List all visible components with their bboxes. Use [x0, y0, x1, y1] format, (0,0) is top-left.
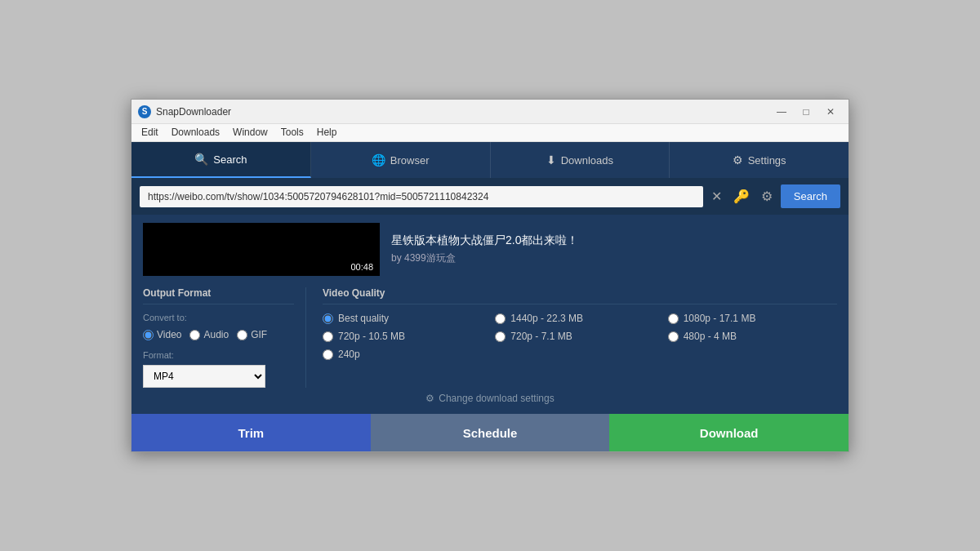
app-icon: S [138, 105, 151, 118]
settings-gear-icon: ⚙ [425, 393, 434, 404]
menu-edit[interactable]: Edit [135, 126, 165, 140]
quality-240p-input[interactable] [323, 349, 333, 360]
change-download-settings-link[interactable]: ⚙ Change download settings [425, 393, 554, 404]
content-area: 00:48 星铁版本植物大战僵尸2.0都出来啦！ by 4399游玩盒 Outp… [131, 215, 849, 414]
output-format-title: Output Format [143, 287, 294, 304]
tab-search-label: Search [213, 153, 247, 166]
video-preview: 00:48 星铁版本植物大战僵尸2.0都出来啦！ by 4399游玩盒 [143, 223, 837, 276]
radio-video-input[interactable] [143, 330, 154, 340]
radio-gif[interactable]: GIF [237, 329, 267, 340]
radio-video[interactable]: Video [143, 329, 181, 340]
quality-720p-105-input[interactable] [323, 331, 333, 342]
main-window: S SnapDownloader — □ ✕ Edit Downloads Wi… [131, 99, 849, 452]
search-tab-icon: 🔍 [194, 153, 208, 166]
video-info: 星铁版本植物大战僵尸2.0都出来啦！ by 4399游玩盒 [391, 223, 837, 276]
radio-gif-input[interactable] [237, 330, 247, 340]
video-thumbnail: 00:48 [143, 223, 380, 276]
window-title: SnapDownloader [156, 106, 770, 118]
menu-bar: Edit Downloads Window Tools Help [131, 124, 849, 142]
settings-tab-icon: ⚙ [733, 153, 743, 167]
clear-url-button[interactable]: ✕ [708, 185, 725, 207]
menu-tools[interactable]: Tools [274, 126, 310, 140]
video-quality-panel: Video Quality Best quality 1440p - 22.3 … [323, 287, 837, 388]
tab-settings[interactable]: ⚙ Settings [670, 142, 849, 178]
browser-tab-icon: 🌐 [372, 153, 385, 167]
title-bar: S SnapDownloader — □ ✕ [131, 100, 849, 124]
quality-best-label: Best quality [338, 313, 389, 324]
output-format-panel: Output Format Convert to: Video Audio GI… [143, 287, 306, 388]
url-bar: ✕ 🔑 ⚙ Search [131, 178, 849, 215]
video-author: by 4399游玩盒 [391, 251, 837, 265]
action-bar: Trim Schedule Download [131, 414, 849, 451]
url-input[interactable] [140, 186, 703, 207]
quality-options-grid: Best quality 1440p - 22.3 MB 1080p - 17.… [323, 313, 837, 360]
settings-url-button[interactable]: ⚙ [758, 185, 776, 207]
search-button[interactable]: Search [781, 184, 840, 208]
quality-1080p[interactable]: 1080p - 17.1 MB [668, 313, 837, 324]
quality-480p-input[interactable] [668, 331, 679, 342]
settings-link-bar: ⚙ Change download settings [143, 388, 837, 406]
format-select[interactable]: MP4 MKV AVI MOV WMV [143, 365, 265, 388]
quality-best-input[interactable] [323, 313, 333, 324]
radio-audio[interactable]: Audio [189, 329, 229, 340]
maximize-button[interactable]: □ [795, 103, 817, 121]
quality-720p-105[interactable]: 720p - 10.5 MB [323, 331, 492, 342]
menu-window[interactable]: Window [226, 126, 274, 140]
radio-video-label: Video [157, 329, 181, 340]
tab-browser[interactable]: 🌐 Browser [311, 142, 491, 178]
downloads-tab-icon: ⬇ [546, 153, 556, 167]
quality-480p-label: 480p - 4 MB [684, 331, 737, 342]
trim-button[interactable]: Trim [131, 414, 371, 451]
quality-240p-label: 240p [338, 349, 360, 360]
quality-720p-71[interactable]: 720p - 7.1 MB [495, 331, 664, 342]
tab-downloads[interactable]: ⬇ Downloads [491, 142, 670, 178]
menu-downloads[interactable]: Downloads [165, 126, 226, 140]
format-label: Format: [143, 350, 294, 360]
quality-720p-71-label: 720p - 7.1 MB [510, 331, 572, 342]
video-duration: 00:48 [347, 261, 376, 273]
download-button[interactable]: Download [609, 414, 849, 451]
quality-1080p-input[interactable] [668, 313, 679, 324]
menu-help[interactable]: Help [310, 126, 344, 140]
nav-tabs: 🔍 Search 🌐 Browser ⬇ Downloads ⚙ Setting… [131, 142, 849, 178]
quality-240p[interactable]: 240p [323, 349, 492, 360]
video-quality-title: Video Quality [323, 287, 837, 304]
close-button[interactable]: ✕ [819, 103, 842, 121]
quality-720p-71-input[interactable] [495, 331, 506, 342]
quality-1440p-input[interactable] [495, 313, 506, 324]
tab-downloads-label: Downloads [561, 154, 613, 167]
minimize-button[interactable]: — [770, 103, 793, 121]
video-title: 星铁版本植物大战僵尸2.0都出来啦！ [391, 233, 837, 248]
quality-1440p[interactable]: 1440p - 22.3 MB [495, 313, 664, 324]
window-controls: — □ ✕ [770, 103, 842, 121]
schedule-button[interactable]: Schedule [371, 414, 610, 451]
radio-audio-label: Audio [203, 329, 229, 340]
options-area: Output Format Convert to: Video Audio GI… [143, 287, 837, 388]
convert-to-label: Convert to: [143, 313, 294, 322]
radio-audio-input[interactable] [189, 330, 200, 340]
tab-settings-label: Settings [748, 154, 786, 167]
quality-1080p-label: 1080p - 17.1 MB [684, 313, 756, 324]
settings-link-label: Change download settings [439, 393, 554, 404]
lock-icon-button[interactable]: 🔑 [730, 185, 753, 207]
tab-search[interactable]: 🔍 Search [131, 142, 311, 178]
quality-720p-105-label: 720p - 10.5 MB [338, 331, 405, 342]
quality-best[interactable]: Best quality [323, 313, 492, 324]
quality-480p[interactable]: 480p - 4 MB [668, 331, 837, 342]
tab-browser-label: Browser [390, 154, 430, 167]
radio-gif-label: GIF [251, 329, 267, 340]
convert-type-radio-group: Video Audio GIF [143, 329, 294, 340]
quality-1440p-label: 1440p - 22.3 MB [510, 313, 583, 324]
